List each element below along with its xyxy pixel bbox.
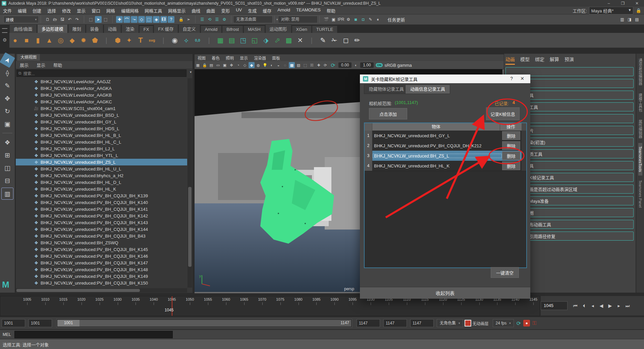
undo-icon[interactable]: ↶ <box>66 16 73 23</box>
vp-select-camera-icon[interactable]: ▦ <box>195 62 201 68</box>
outliner-item[interactable]: ❖BHKJ_NCVKLW_unreduced:BH_GY_L <box>16 118 187 125</box>
outliner-item[interactable]: ❖BHKJ_NCVKLW_unreduced:BH_YTL_L <box>16 152 187 159</box>
paint-select-tool[interactable]: ✎ <box>2 80 13 91</box>
menu-网格显示[interactable]: 网格显示 <box>165 7 189 14</box>
shelf-tab-Bifrost[interactable]: Bifrost <box>222 26 243 33</box>
layout-two-pane-stack[interactable]: ⊟ <box>2 175 13 186</box>
outliner-item[interactable]: ❖BHKJ_NCVKLW_unreduced:PV_BH_CQJIJI_BH_B… <box>16 233 187 239</box>
viewport-menu-着色[interactable]: 着色 <box>209 55 223 61</box>
range-start-handle[interactable]: 1001 <box>57 320 79 327</box>
shelf-tab-FX 缓存[interactable]: FX 缓存 <box>154 24 178 33</box>
current-frame-marker[interactable] <box>172 296 172 316</box>
menu-创建[interactable]: 创建 <box>30 7 44 14</box>
table-row[interactable]: 3BHKJ_NCVKLW_unreduced:BH_ZS_L删除 <box>365 151 526 161</box>
outliner-menu-显示[interactable]: 显示 <box>33 62 49 68</box>
character-set-dropdown[interactable]: 无角色集▾ <box>437 319 463 327</box>
shelf-sculpt-icon[interactable]: ⬢ <box>113 35 123 45</box>
layout-single-pane[interactable]: ❖ <box>2 137 13 148</box>
anim-start-field[interactable]: 1001 <box>2 319 25 327</box>
outliner-tab[interactable]: 大纲视图 <box>17 54 40 61</box>
vp-image-plane-icon[interactable]: ▣ <box>222 62 228 68</box>
side-tab-Teamones Panel[interactable]: Teamones Panel <box>638 177 642 211</box>
colorspace-dropdown[interactable]: sRGB gamma <box>384 63 412 68</box>
outliner-item[interactable]: ❖BHKJ_NCVKLW_unreduced:PV_BH_CQJIJI_BH_K… <box>16 212 187 219</box>
anim-end-field-2[interactable]: 1147 <box>410 319 434 327</box>
go-to-start-button[interactable]: ⏮ <box>571 301 580 310</box>
dialog-help-button[interactable]: ? <box>510 76 513 81</box>
snap-grid-icon[interactable]: ✚ <box>116 16 123 23</box>
shelf-sep[interactable]: | <box>307 35 317 45</box>
vp-lighting-icon[interactable]: 💡 <box>262 62 268 68</box>
select-tool[interactable]: ➤ <box>0 52 15 68</box>
side-tab-通道盒/层编辑器[interactable]: 通道盒/层编辑器 <box>638 55 643 89</box>
vp-joints-xray-icon[interactable]: ✚ <box>316 62 322 68</box>
shelf-tab-自定义[interactable]: 自定义 <box>178 24 200 33</box>
shelf-tab-MASH[interactable]: MASH <box>244 26 265 33</box>
shelf-tab-渲染[interactable]: 渲染 <box>121 24 139 33</box>
go-to-end-button[interactable]: ⏭ <box>623 301 632 310</box>
shelf-cone-icon[interactable]: ▲ <box>44 35 54 45</box>
dialog-tab-1[interactable]: 隐藏物体记录工具 <box>364 85 409 94</box>
outliner-item[interactable]: ❖BHKJ_NCVKLW_unreduced:PV_BH_CQJIJI_BH_K… <box>16 226 187 233</box>
set-key-icon[interactable]: ⚿ <box>532 320 536 326</box>
render-settings-icon[interactable]: ⚙ <box>345 16 352 23</box>
open-scene-icon[interactable]: 🗁 <box>52 16 58 23</box>
sidebar-tool-icon[interactable]: ▤ <box>634 16 640 23</box>
symmetry-field[interactable]: 对称: 禁用 <box>278 16 318 23</box>
shelf-quaddraw-icon[interactable]: ✏ <box>352 35 362 45</box>
maximize-button[interactable]: ❐ <box>616 0 630 7</box>
shelf-tab-装备[interactable]: 装备 <box>86 24 103 33</box>
step-back-key-button[interactable]: ⏴ <box>580 301 588 310</box>
active-surface-field[interactable]: 无激活曲面 <box>233 16 273 23</box>
save-scene-icon[interactable]: 🖫 <box>59 16 66 23</box>
shelf-extrude-icon[interactable]: ⬀ <box>272 35 282 45</box>
shelf-magnet-icon[interactable]: ◉ <box>170 35 180 45</box>
outliner-vscrollbar[interactable] <box>187 78 192 288</box>
snap-plane-icon[interactable]: ◇ <box>138 16 145 23</box>
pause-icon[interactable]: ⏸ <box>375 16 381 23</box>
dialog-close-button[interactable]: ✕ <box>520 76 524 81</box>
anim-end-field[interactable]: 1147 <box>383 319 407 327</box>
menu-变形[interactable]: 变形 <box>218 7 233 14</box>
menu-选择[interactable]: 选择 <box>44 7 59 14</box>
outliner-item[interactable]: ❖BHKJ_NCVKLW:LevelActor_AAGKB <box>16 92 187 98</box>
clear-all-button[interactable]: 一键清空 <box>491 267 519 278</box>
select-object-icon[interactable]: ➤ <box>95 16 102 23</box>
delete-button[interactable]: 删除 <box>502 131 520 140</box>
select-hierarchy-icon[interactable]: ⬚ <box>88 16 94 23</box>
shelf-target-icon[interactable]: ◻ <box>341 35 351 45</box>
shelf-sphere-icon[interactable]: ● <box>10 35 20 45</box>
viewport-menu-渲染器[interactable]: 渲染器 <box>251 55 269 61</box>
shelf-axis-icon[interactable]: 0,0 <box>193 35 203 45</box>
table-row[interactable]: 1BHKJ_NCVKLW_unreduced:BH_GY_L删除 <box>365 131 526 141</box>
playback-start-field[interactable]: 1001 <box>29 319 52 327</box>
vp-lock-camera-icon[interactable]: 🔒 <box>202 62 208 68</box>
outliner-item[interactable]: ❖BHKJ_NCVKLW_unreduced:BH_LJ_L <box>16 145 187 152</box>
outliner-item[interactable]: ❖BHKJ_NCVKLW:LevelActor_AAGJZ <box>16 78 187 85</box>
paint-effects-icon[interactable]: ✎ <box>367 16 374 23</box>
vp-oneclick-icon[interactable]: ◔ <box>235 62 241 68</box>
construction-history-icon[interactable]: ⟲ <box>206 16 213 23</box>
workspace-lock-icon[interactable]: 🔒 <box>636 8 641 13</box>
menu-文件[interactable]: 文件 <box>0 7 15 14</box>
menu-Arnold[interactable]: Arnold <box>274 7 293 14</box>
panel-tab-解算[interactable]: 解算 <box>550 56 559 65</box>
outliner-menu-帮助[interactable]: 帮助 <box>49 62 66 68</box>
outliner-item[interactable]: ❖BHKJ_NCVKLW_unreduced:PV_BH_CQJIJI_BH_K… <box>16 280 187 286</box>
menu-帮助[interactable]: 帮助 <box>324 7 338 14</box>
vp-shadows-icon[interactable]: ◐ <box>269 62 275 68</box>
outliner-item[interactable]: ❖BHKJ_NCVKLW_unreduced:BH_HL_U_L <box>16 165 187 172</box>
search-input[interactable]: ⧉ 搜索... <box>16 69 186 77</box>
outliner-item[interactable]: ❖BHKJ_NCVKLW_unreduced:BH_HL_K <box>16 186 187 192</box>
shelf-torus-icon[interactable]: ◎ <box>56 35 66 45</box>
vp-bookmark-icon[interactable]: ▭ <box>215 62 221 68</box>
shelf-tab-Arnold[interactable]: Arnold <box>201 26 222 33</box>
outliner-item[interactable]: ❖BHKJ_NCVKLW_unreduced:BH_HL_D_L <box>16 179 187 186</box>
vp-depthpeel-icon[interactable]: ▧ <box>296 62 302 68</box>
make-live-icon[interactable]: ◈ <box>153 16 160 23</box>
ipr-render-icon[interactable]: IPR <box>338 16 344 23</box>
outliner-item[interactable]: ❖BHKJ_NCVKLW_unreduced:PV_BH_CQJIJI_BH_K… <box>16 253 187 259</box>
move-tool[interactable]: ✥ <box>2 93 13 104</box>
shelf-disc-icon[interactable]: ✹ <box>78 35 89 45</box>
menu-生成[interactable]: 生成 <box>245 7 260 14</box>
